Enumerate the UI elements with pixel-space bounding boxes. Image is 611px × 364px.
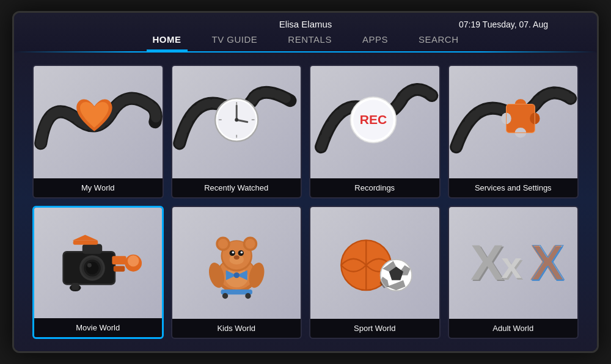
tile-my-world[interactable]: My World <box>32 65 164 198</box>
nav-rentals[interactable]: RENTALS <box>282 29 338 51</box>
svg-point-56 <box>245 293 251 298</box>
navigation: HOME TV GUIDE RENTALS APPS SEARCH <box>32 29 579 51</box>
tile-recordings-label: Recordings <box>310 178 439 197</box>
tile-my-world-image <box>34 66 163 178</box>
svg-point-42 <box>245 238 255 248</box>
tile-movie-label: Movie World <box>34 318 162 337</box>
tile-movie-world[interactable]: Movie World <box>32 206 164 340</box>
tile-kids-image <box>172 207 301 319</box>
svg-point-46 <box>232 251 234 253</box>
svg-text:X: X <box>531 234 565 289</box>
main-grid: My World <box>14 53 597 351</box>
svg-point-23 <box>86 261 99 274</box>
svg-rect-27 <box>71 283 79 290</box>
tile-services-settings[interactable]: Services and Settings <box>448 65 579 198</box>
svg-rect-30 <box>73 240 98 244</box>
tv-frame: Elisa Elamus 07:19 Tuesday, 07. Aug HOME… <box>12 11 599 353</box>
nav-apps[interactable]: APPS <box>356 29 394 51</box>
tile-movie-image <box>34 208 162 319</box>
tile-my-world-label: My World <box>34 178 163 197</box>
nav-home[interactable]: HOME <box>147 29 188 51</box>
tile-recently-watched[interactable]: Recently Watched <box>171 65 302 198</box>
nav-search[interactable]: SEARCH <box>412 29 465 51</box>
tile-adult-image: X X x x X X X <box>449 207 578 319</box>
tile-adult-label: Adult World <box>449 319 578 338</box>
svg-point-40 <box>218 238 227 248</box>
tile-recordings-image: REC <box>310 66 439 178</box>
tile-recordings[interactable]: REC Recordings <box>309 65 441 198</box>
svg-text:REC: REC <box>360 112 387 126</box>
tile-sport-label: Sport World <box>310 319 439 338</box>
tile-services-label: Services and Settings <box>449 178 578 197</box>
svg-point-48 <box>233 255 239 259</box>
svg-point-33 <box>128 255 139 267</box>
svg-point-4 <box>235 118 238 122</box>
datetime: 07:19 Tuesday, 07. Aug <box>459 20 548 29</box>
svg-rect-25 <box>82 244 102 253</box>
tile-kids-label: Kids World <box>172 319 301 338</box>
tile-recently-label: Recently Watched <box>172 178 301 197</box>
svg-point-55 <box>222 293 227 298</box>
svg-text:x: x <box>501 244 522 286</box>
nav-tvguide[interactable]: TV GUIDE <box>206 29 264 51</box>
svg-point-47 <box>240 251 243 253</box>
top-bar: Elisa Elamus 07:19 Tuesday, 07. Aug <box>32 19 579 29</box>
tile-recently-image <box>172 66 301 178</box>
tile-services-image <box>449 66 578 178</box>
tile-adult-world[interactable]: X X x x X X X Adult World <box>448 206 579 340</box>
svg-text:X: X <box>470 234 504 289</box>
tile-sport-world[interactable]: Sport World <box>309 206 441 340</box>
tile-kids-world[interactable]: Kids World <box>171 206 302 340</box>
svg-rect-29 <box>114 266 125 271</box>
header: Elisa Elamus 07:19 Tuesday, 07. Aug HOME… <box>14 13 597 53</box>
svg-point-51 <box>233 272 239 277</box>
svg-rect-28 <box>112 256 126 264</box>
svg-point-24 <box>87 263 92 267</box>
tile-sport-image <box>310 207 439 319</box>
svg-marker-31 <box>73 235 98 240</box>
